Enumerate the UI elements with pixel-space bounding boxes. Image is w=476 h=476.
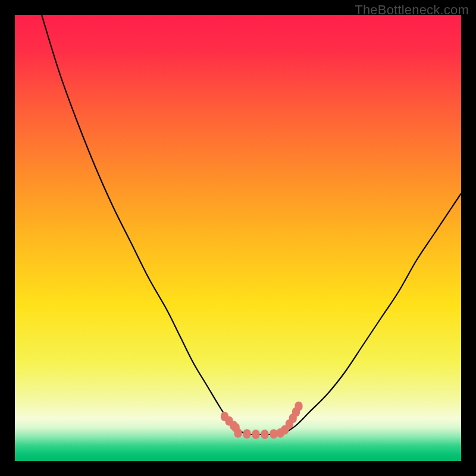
marker-dot [252,430,260,439]
plot-area [15,15,461,461]
curve-right-branch [283,193,461,434]
chart-frame: TheBottleneck.com [0,0,476,476]
marker-dot [243,429,251,439]
curve-left-branch [42,15,247,434]
marker-dot [261,430,269,439]
curve-layer [15,15,461,461]
watermark-text: TheBottleneck.com [355,2,469,18]
marker-group [221,402,303,439]
marker-dot [270,429,278,439]
marker-dot [234,428,242,438]
marker-dot [295,402,303,411]
